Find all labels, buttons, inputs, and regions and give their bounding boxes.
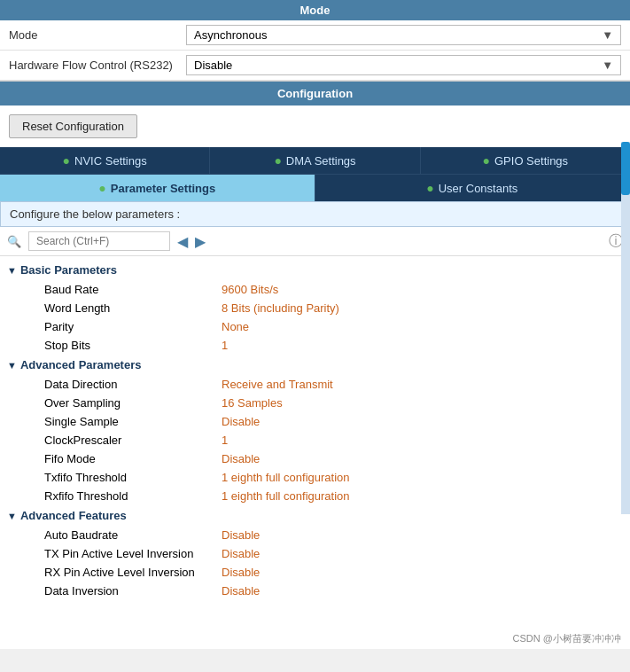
tab-parameter-settings[interactable]: ● Parameter Settings — [0, 175, 315, 201]
tab-dma-settings[interactable]: ● DMA Settings — [210, 147, 420, 174]
section-advanced-parameters[interactable]: ▼ Advanced Parameters — [0, 355, 630, 375]
rx-pin-label: RX Pin Active Level Inversion — [44, 566, 222, 579]
reset-config-button[interactable]: Reset Configuration — [9, 114, 137, 138]
hw-flow-chevron-icon: ▼ — [602, 59, 613, 72]
rxfifo-threshold-value: 1 eighth full configuration — [222, 489, 350, 503]
param-baud-rate: Baud Rate 9600 Bits/s — [0, 280, 630, 299]
param-parity: Parity None — [0, 317, 630, 336]
txfifo-threshold-value: 1 eighth full configuration — [222, 471, 350, 484]
fifo-mode-value: Disable — [222, 452, 260, 465]
hw-flow-value: Disable — [194, 59, 232, 72]
prev-arrow-icon[interactable]: ◀ — [177, 233, 188, 250]
tx-pin-label: TX Pin Active Level Inversion — [44, 547, 222, 560]
hw-flow-label: Hardware Flow Control (RS232) — [9, 59, 186, 72]
hw-flow-select[interactable]: Disable ▼ — [186, 55, 621, 75]
tab-nvic-settings[interactable]: ● NVIC Settings — [0, 147, 210, 174]
mode-header: Mode — [0, 0, 630, 20]
fifo-mode-label: Fifo Mode — [44, 452, 222, 465]
nvic-check-icon: ● — [63, 153, 70, 168]
tab-gpio-settings[interactable]: ● GPIO Settings — [421, 147, 630, 174]
advanced-params-chevron-icon: ▼ — [7, 360, 17, 371]
mode-select[interactable]: Asynchronous ▼ — [186, 25, 621, 45]
data-direction-value: Receive and Transmit — [222, 378, 333, 391]
advanced-features-label: Advanced Features — [20, 509, 127, 522]
word-length-value: 8 Bits (including Parity) — [222, 301, 339, 315]
over-sampling-label: Over Sampling — [44, 396, 222, 410]
scrollbar-track[interactable] — [621, 142, 630, 514]
advanced-params-label: Advanced Parameters — [20, 358, 142, 371]
data-direction-label: Data Direction — [44, 378, 222, 391]
tabs-row-1: ● NVIC Settings ● DMA Settings ● GPIO Se… — [0, 147, 630, 174]
tab-user-constants[interactable]: ● User Constants — [315, 175, 631, 201]
user-check-icon: ● — [426, 181, 433, 195]
auto-baudrate-label: Auto Baudrate — [44, 528, 222, 542]
configure-bar: Configure the below parameters : — [0, 201, 630, 227]
section-basic-parameters[interactable]: ▼ Basic Parameters — [0, 260, 630, 280]
tab-nvic-label: NVIC Settings — [74, 154, 147, 168]
gpio-check-icon: ● — [483, 153, 490, 168]
auto-baudrate-value: Disable — [222, 528, 260, 542]
basic-chevron-icon: ▼ — [7, 265, 17, 276]
param-fifo-mode: Fifo Mode Disable — [0, 449, 630, 468]
mode-label: Mode — [9, 28, 186, 42]
param-rxfifo-threshold: Rxfifo Threshold 1 eighth full configura… — [0, 487, 630, 505]
param-auto-baudrate: Auto Baudrate Disable — [0, 526, 630, 544]
tx-pin-value: Disable — [222, 547, 260, 560]
clock-prescaler-label: ClockPrescaler — [44, 434, 222, 447]
param-rx-pin-inversion: RX Pin Active Level Inversion Disable — [0, 563, 630, 582]
param-word-length: Word Length 8 Bits (including Parity) — [0, 299, 630, 317]
single-sample-value: Disable — [222, 415, 260, 428]
search-icon: 🔍 — [7, 235, 21, 248]
tab-user-label: User Constants — [439, 182, 518, 195]
tab-dma-label: DMA Settings — [286, 154, 356, 168]
param-check-icon: ● — [98, 181, 105, 195]
txfifo-threshold-label: Txfifo Threshold — [44, 471, 222, 484]
stop-bits-label: Stop Bits — [44, 339, 222, 352]
next-arrow-icon[interactable]: ▶ — [195, 233, 206, 250]
search-bar: 🔍 ◀ ▶ ⓘ — [0, 227, 630, 256]
param-clock-prescaler: ClockPrescaler 1 — [0, 431, 630, 449]
basic-params-label: Basic Parameters — [20, 263, 117, 277]
config-header: Configuration — [0, 82, 630, 105]
rx-pin-value: Disable — [222, 566, 260, 579]
mode-row-mode: Mode Asynchronous ▼ — [0, 20, 630, 51]
param-over-sampling: Over Sampling 16 Samples — [0, 394, 630, 412]
baud-rate-value: 9600 Bits/s — [222, 283, 278, 296]
data-inversion-label: Data Inversion — [44, 584, 222, 598]
param-txfifo-threshold: Txfifo Threshold 1 eighth full configura… — [0, 468, 630, 487]
configure-text: Configure the below parameters : — [10, 207, 180, 221]
over-sampling-value: 16 Samples — [222, 396, 283, 410]
params-area: ▼ Basic Parameters Baud Rate 9600 Bits/s… — [0, 256, 630, 629]
clock-prescaler-value: 1 — [222, 434, 228, 447]
data-inversion-value: Disable — [222, 584, 260, 598]
dma-check-icon: ● — [274, 153, 281, 168]
section-advanced-features[interactable]: ▼ Advanced Features — [0, 505, 630, 526]
scrollbar-thumb[interactable] — [621, 142, 630, 195]
stop-bits-value: 1 — [222, 339, 228, 352]
param-single-sample: Single Sample Disable — [0, 412, 630, 431]
word-length-label: Word Length — [44, 301, 222, 315]
param-data-direction: Data Direction Receive and Transmit — [0, 375, 630, 394]
tab-param-label: Parameter Settings — [111, 182, 216, 195]
mode-value: Asynchronous — [194, 28, 267, 42]
tabs-row-2: ● Parameter Settings ● User Constants — [0, 174, 630, 201]
rxfifo-threshold-label: Rxfifo Threshold — [44, 489, 222, 503]
search-input[interactable] — [28, 231, 170, 251]
param-tx-pin-inversion: TX Pin Active Level Inversion Disable — [0, 544, 630, 563]
hw-flow-row: Hardware Flow Control (RS232) Disable ▼ — [0, 51, 630, 81]
config-bar: Reset Configuration — [0, 105, 630, 147]
parity-label: Parity — [44, 320, 222, 333]
single-sample-label: Single Sample — [44, 415, 222, 428]
param-stop-bits: Stop Bits 1 — [0, 336, 630, 355]
tab-gpio-label: GPIO Settings — [494, 154, 568, 168]
parity-value: None — [222, 320, 249, 333]
advanced-features-chevron-icon: ▼ — [7, 511, 17, 521]
mode-chevron-icon: ▼ — [602, 28, 613, 42]
baud-rate-label: Baud Rate — [44, 283, 222, 296]
param-data-inversion: Data Inversion Disable — [0, 582, 630, 600]
watermark: CSDN @小树苗要冲冲冲 — [0, 629, 630, 649]
